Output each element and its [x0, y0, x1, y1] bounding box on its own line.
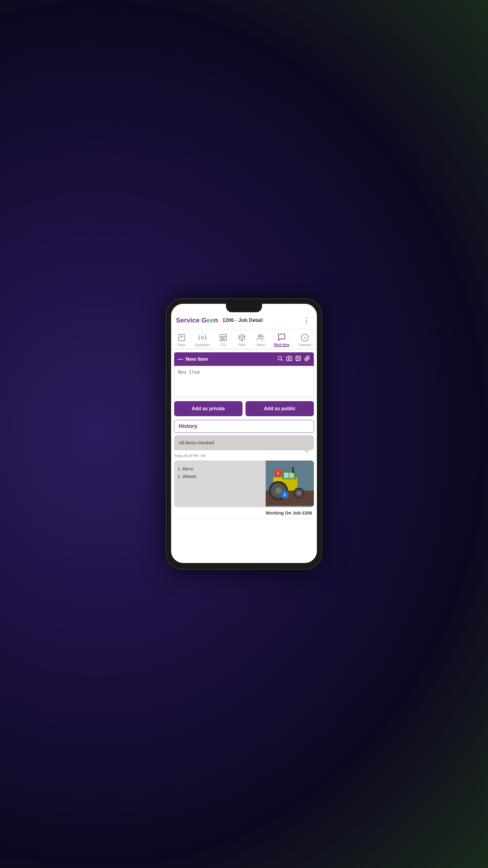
new-item-input-wrapper	[174, 366, 314, 398]
svg-point-8	[261, 335, 263, 337]
logo-ni: n	[214, 316, 218, 324]
tab-parts[interactable]: Parts	[235, 332, 249, 347]
logo-service: Service	[176, 316, 199, 324]
tab-parts-label: Parts	[238, 343, 245, 347]
add-as-public-button[interactable]: Add as public	[246, 401, 314, 416]
tab-equipment[interactable]: Equipment	[193, 332, 212, 347]
new-item-title: New Item	[186, 356, 275, 362]
history-item-1-text: All items checked	[179, 440, 214, 445]
attach-icon[interactable]	[304, 355, 310, 363]
history-item-2-line2: 2. Wheels	[178, 473, 262, 480]
work-done-icon	[277, 333, 287, 342]
equipment-icon	[198, 333, 207, 342]
svg-point-23	[275, 488, 281, 494]
tab-complete-label: Complete	[298, 343, 311, 347]
history-item-2-image: 1 2	[266, 461, 314, 507]
tab-equipment-label: Equipment	[195, 343, 210, 347]
parts-icon	[237, 333, 247, 342]
history-item-1-meta: Today 04:28 PM - Me	[174, 454, 314, 458]
history-item-1: All items checked	[174, 435, 314, 450]
app-logo: Service Geeni	[176, 316, 219, 324]
tab-tcc-label: TCC	[220, 343, 227, 347]
menu-button[interactable]: ⋮	[301, 315, 312, 326]
svg-rect-20	[289, 472, 294, 478]
new-item-textarea[interactable]	[174, 366, 314, 396]
svg-point-10	[278, 356, 282, 360]
camera-icon[interactable]	[286, 355, 292, 363]
history-header: History	[174, 420, 314, 433]
tab-work-done[interactable]: Work done	[272, 332, 291, 347]
svg-rect-2	[220, 335, 227, 341]
tab-labour-label: Labour	[256, 343, 265, 347]
add-as-private-button[interactable]: Add as private	[174, 401, 242, 416]
footer-bar: Working On Job:1206	[171, 507, 317, 519]
collapse-button[interactable]: —	[178, 356, 183, 362]
detail-icon	[177, 333, 187, 342]
search-icon[interactable]	[277, 355, 283, 363]
new-item-header: — New Item	[174, 352, 314, 366]
svg-point-7	[258, 335, 260, 337]
working-on-job-text: Working On Job:1206	[266, 510, 312, 516]
page-title: 1206 - Job Detail	[222, 317, 301, 323]
tab-labour[interactable]: Labour	[254, 332, 267, 347]
logo-dot: i	[218, 319, 219, 322]
tab-tcc[interactable]: TCC	[217, 332, 230, 347]
badge-1: 1	[274, 469, 282, 477]
history-item-2-line1: 1. Mirror	[178, 465, 262, 473]
tab-detail-label: Detail	[178, 343, 186, 347]
complete-icon	[300, 333, 310, 342]
svg-point-26	[297, 491, 301, 495]
svg-rect-28	[274, 478, 295, 481]
history-item-2-text: 1. Mirror 2. Wheels	[174, 461, 266, 507]
history-title: History	[178, 423, 197, 429]
gallery-icon[interactable]	[295, 355, 301, 363]
svg-rect-27	[292, 467, 294, 473]
footer-empty	[171, 519, 317, 534]
svg-line-11	[281, 360, 283, 361]
badge-2: 2	[281, 491, 289, 498]
svg-point-14	[297, 357, 298, 358]
svg-point-1	[201, 337, 204, 339]
logo-g: G	[201, 316, 206, 324]
new-item-actions	[277, 355, 310, 363]
history-item-2: 1. Mirror 2. Wheels	[174, 461, 314, 507]
tab-work-done-label: Work done	[274, 343, 290, 347]
svg-point-12	[288, 358, 290, 360]
action-buttons: Add as private Add as public	[174, 401, 314, 416]
tcc-icon	[218, 333, 228, 342]
labour-icon	[255, 333, 265, 342]
tab-complete[interactable]: Complete	[296, 332, 313, 347]
svg-rect-19	[284, 472, 289, 478]
nav-tabs: Detail Equipment	[171, 330, 317, 349]
tab-detail[interactable]: Detail	[175, 332, 188, 347]
logo-ee: ee	[207, 316, 214, 324]
